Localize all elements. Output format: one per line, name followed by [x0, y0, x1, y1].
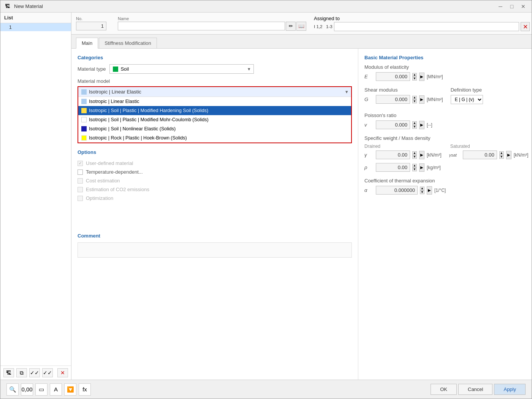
formula-button[interactable]: fx	[79, 383, 91, 396]
alpha-spin-down[interactable]: ▼	[420, 190, 424, 194]
rho-input[interactable]	[376, 163, 410, 172]
check2-button[interactable]: ✓✓	[42, 368, 53, 377]
gamma-input[interactable]	[376, 150, 410, 159]
alpha-label: α	[364, 187, 374, 193]
tab-main[interactable]: Main	[76, 38, 98, 49]
rho-arrow[interactable]: ▶	[419, 163, 424, 172]
density-title: Specific weight / Mass density	[364, 135, 528, 141]
v-spin-up[interactable]: ▲	[412, 121, 417, 125]
no-field-group: No. 1	[76, 16, 110, 30]
alpha-spin-up[interactable]: ▲	[420, 187, 424, 190]
v-input[interactable]	[376, 120, 410, 129]
alpha-row: α ▲ ▼ ▶ [1/°C]	[364, 186, 528, 195]
gamma-sat-spin-up[interactable]: ▲	[499, 151, 504, 155]
apply-button[interactable]: Apply	[494, 384, 526, 395]
name-input[interactable]	[118, 22, 285, 30]
G-input[interactable]	[376, 95, 410, 104]
model-item-3[interactable]: Isotropic | Soil | Nonlinear Elastic (So…	[78, 124, 351, 133]
E-spin-up[interactable]: ▲	[412, 73, 417, 77]
shear-group: Shear modulus G ▲ ▼ ▶ [MN/m²]	[364, 87, 443, 106]
E-arrow[interactable]: ▶	[419, 73, 424, 81]
model-item-1[interactable]: Isotropic | Soil | Plastic | Modified Ha…	[78, 106, 351, 115]
tab-stiffness[interactable]: Stiffness Modification	[99, 38, 157, 48]
check1-button[interactable]: ✓✓	[29, 368, 40, 377]
number-format-button[interactable]: 0,00	[21, 383, 33, 396]
gamma-spin-up[interactable]: ▲	[412, 151, 417, 155]
alpha-unit: [1/°C]	[434, 188, 446, 193]
G-spinners[interactable]: ▲ ▼	[412, 96, 417, 103]
title-bar: 🏗 New Material ─ □ ✕	[0, 0, 532, 13]
E-label: E	[364, 74, 374, 79]
maximize-button[interactable]: □	[507, 2, 517, 11]
list-area: 1	[0, 23, 71, 366]
density-group: Specific weight / Mass density Drained S…	[364, 135, 528, 172]
v-spinners[interactable]: ▲ ▼	[412, 121, 417, 129]
delete-button[interactable]: ✕	[57, 368, 68, 377]
content-area: Categories Material type Soil ▾ Material…	[71, 49, 532, 380]
comment-section: Comment	[78, 233, 352, 259]
gamma-sat-spinners[interactable]: ▲ ▼	[499, 151, 504, 159]
option-row-3: Estimation of CO2 emissions	[78, 185, 352, 194]
library-button[interactable]: 📖	[296, 22, 306, 31]
model-item-color-1	[81, 108, 87, 113]
alpha-arrow[interactable]: ▶	[427, 186, 432, 195]
assigned-label: Assigned to	[314, 16, 530, 21]
v-arrow[interactable]: ▶	[419, 121, 424, 129]
rho-spin-down[interactable]: ▼	[412, 168, 417, 171]
material-type-row: Material type Soil ▾	[78, 64, 352, 74]
gamma-sat-input[interactable]	[463, 150, 497, 159]
duplicate-button[interactable]: ⧉	[16, 368, 27, 377]
E-spinners[interactable]: ▲ ▼	[412, 73, 417, 81]
comment-input[interactable]	[78, 242, 352, 258]
E-spin-down[interactable]: ▼	[412, 77, 417, 81]
alpha-spinners[interactable]: ▲ ▼	[420, 187, 424, 194]
clear-assigned-button[interactable]: ✕	[521, 22, 530, 31]
element-button[interactable]: ▭	[35, 383, 48, 396]
G-spin-down[interactable]: ▼	[412, 100, 417, 103]
model-item-color-4	[81, 135, 87, 141]
edit-name-button[interactable]: ✏	[286, 22, 296, 31]
alpha-input[interactable]	[376, 186, 418, 195]
cancel-button[interactable]: Cancel	[458, 384, 492, 395]
model-item-4[interactable]: Isotropic | Rock | Plastic | Hoek-Brown …	[78, 133, 351, 142]
E-input[interactable]	[376, 72, 410, 81]
G-label: G	[364, 97, 374, 102]
list-item[interactable]: 1	[0, 23, 71, 31]
material-type-select[interactable]: Soil ▾	[109, 64, 254, 74]
no-input[interactable]: 1	[76, 22, 106, 30]
gamma-drained-row: γ ▲ ▼ ▶ [kN/m³]	[364, 150, 442, 159]
E-row: E ▲ ▼ ▶ [MN/m²]	[364, 72, 528, 81]
close-button[interactable]: ✕	[518, 2, 529, 11]
material-model-dropdown: Isotropic | Linear Elastic ▾ Isotropic |…	[78, 86, 352, 143]
assigned-input[interactable]	[334, 22, 519, 31]
model-header-text: Isotropic | Linear Elastic	[89, 89, 343, 95]
v-spin-down[interactable]: ▼	[412, 125, 417, 129]
model-item-2[interactable]: Isotropic | Soil | Plastic | Modified Mo…	[78, 115, 351, 124]
rho-spin-up[interactable]: ▲	[412, 164, 417, 168]
thermal-group: Coefficient of thermal expansion α ▲ ▼ ▶…	[364, 178, 528, 195]
add-material-button[interactable]: 🏗	[3, 368, 14, 377]
list-item-number: 1	[3, 24, 15, 30]
material-type-value: Soil	[120, 66, 245, 72]
rho-spinners[interactable]: ▲ ▼	[412, 164, 417, 171]
G-spin-up[interactable]: ▲	[412, 96, 417, 100]
G-arrow[interactable]: ▶	[419, 95, 424, 104]
model-dropdown-header[interactable]: Isotropic | Linear Elastic ▾	[78, 87, 351, 97]
gamma-spin-down[interactable]: ▼	[412, 155, 417, 159]
definition-type-select[interactable]: E | G | (v)	[451, 95, 483, 104]
option-checkbox-1[interactable]	[78, 169, 83, 175]
gamma-spinners[interactable]: ▲ ▼	[412, 151, 417, 159]
ok-button[interactable]: OK	[431, 384, 457, 395]
bottom-bar: 🔍 0,00 ▭ A 🔽 fx OK Cancel Apply	[0, 380, 532, 399]
model-chevron-icon: ▾	[345, 89, 348, 95]
minimize-button[interactable]: ─	[495, 2, 506, 11]
gamma-row: γ ▲ ▼ ▶ [kN/m³]	[364, 150, 528, 162]
gamma-sat-arrow[interactable]: ▶	[506, 151, 511, 159]
text-button[interactable]: A	[50, 383, 62, 396]
option-label-2: Cost estimation	[86, 178, 120, 184]
model-item-0[interactable]: Isotropic | Linear Elastic	[78, 97, 351, 106]
gamma-arrow[interactable]: ▶	[419, 151, 424, 159]
search-tool-button[interactable]: 🔍	[6, 383, 19, 396]
gamma-sat-spin-down[interactable]: ▼	[499, 155, 504, 159]
filter-button[interactable]: 🔽	[64, 383, 76, 396]
